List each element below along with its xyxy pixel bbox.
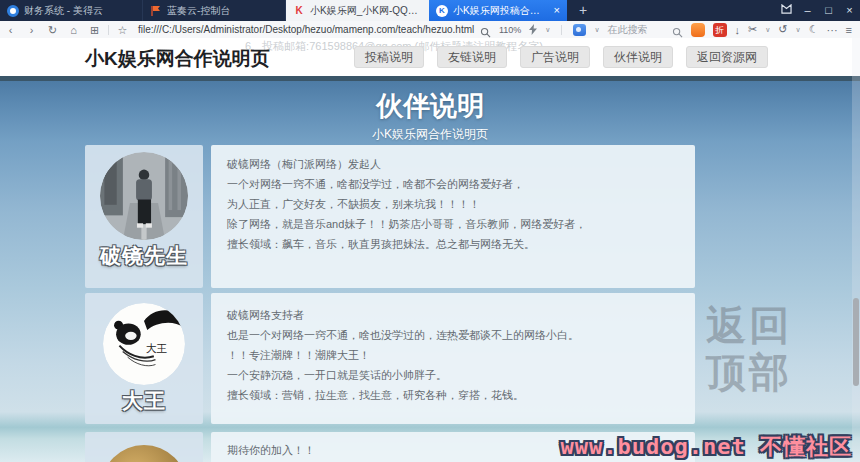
chevron-down-icon[interactable]: ∨ [796, 26, 801, 34]
nav-button-friend-links[interactable]: 友链说明 [437, 46, 507, 68]
page-title: 小K娱乐网合作说明页 [85, 46, 270, 72]
partner-card: 破镜先生 破镜网络（梅门派网络）发起人 一个对网络一窍不通，啥都没学过，啥都不会… [85, 145, 695, 288]
coupon-icon[interactable]: 折 [713, 23, 727, 37]
nav-button-partners[interactable]: 伙伴说明 [603, 46, 673, 68]
game-center-icon[interactable] [691, 23, 705, 37]
nav-button-back-to-site[interactable]: 返回资源网 [686, 46, 768, 68]
search-icon[interactable] [672, 24, 683, 35]
page-viewport: 6、投稿邮箱:761598864@qq.com (邮件标题请注明教程名字) 小K… [0, 38, 860, 462]
avatar [101, 445, 187, 462]
partner-avatar-panel: 大王 大王 [85, 293, 203, 424]
hero-section: 伙伴说明 小K娱乐网合作说明页 [0, 81, 860, 142]
partner-avatar-panel [85, 432, 203, 462]
browser-toolbar: ‹ › ↻ ⌂ ⊞ ☆ file:///C:/Users/Administrat… [0, 21, 860, 39]
refresh-icon[interactable]: ↻ [42, 22, 63, 38]
flag-favicon-icon [150, 5, 162, 17]
tab-close-icon[interactable]: × [554, 0, 560, 21]
flash-icon[interactable] [529, 21, 537, 39]
download-icon[interactable]: ↓ [735, 24, 741, 36]
zoom-magnifier-icon[interactable] [480, 24, 491, 35]
tab-active-cooperation-page[interactable]: K 小K娱乐网投稿合作说明页 × [429, 0, 567, 21]
back-to-top-button[interactable]: 返回顶部 [706, 302, 798, 396]
toolbar-right-cluster: 110% ∨ ∨ 在此搜索 折 ↓ ✂ ∨ ↺ ∨ ☾ ··· ≡ [480, 21, 860, 39]
tab-lanzou-console[interactable]: 蓝奏云-控制台 [143, 0, 286, 21]
scrollbar-track[interactable] [852, 38, 860, 462]
back-icon[interactable]: ‹ [0, 22, 21, 38]
cloud-q-favicon-icon [7, 5, 19, 17]
tab-title: 蓝奏云-控制台 [167, 4, 278, 18]
minimize-button[interactable]: – [797, 0, 818, 21]
tab-xiaok-resources[interactable]: K 小K娱乐网_小K网-QQ活动_资源分享 [286, 0, 429, 21]
partner-name: 大王 [85, 387, 203, 415]
hero-subtitle: 小K娱乐网合作说明页 [0, 126, 860, 143]
k-favicon-icon: K [293, 5, 305, 17]
k-favicon-icon: K [436, 5, 448, 17]
partner-description: 破镜网络（梅门派网络）发起人 一个对网络一窍不通，啥都没学过，啥都不会的网络爱好… [211, 145, 695, 288]
maximize-button[interactable]: □ [818, 0, 839, 21]
nav-button-submission[interactable]: 投稿说明 [354, 46, 424, 68]
page-header: 6、投稿邮箱:761598864@qq.com (邮件标题请注明教程名字) 小K… [0, 38, 860, 76]
watermark-text: www.budog.net 不懂社区 [561, 432, 852, 462]
window-controls: – □ × [776, 0, 860, 21]
skin-icon[interactable] [776, 0, 797, 21]
toolbar-divider [561, 25, 562, 35]
search-engine-icon[interactable] [573, 24, 586, 36]
tab-bar: 财务系统 - 美得云 蓝奏云-控制台 K 小K娱乐网_小K网-QQ活动_资源分享… [0, 0, 860, 21]
description-line: 一个对网络一窍不通，啥都没学过，啥都不会的网络爱好者， [227, 174, 679, 194]
avatar [100, 152, 188, 240]
description-line: 为人正直，广交好友，不缺损友，别来坑我！！！！ [227, 194, 679, 214]
new-tab-button[interactable]: + [567, 0, 599, 21]
description-line: 也是一个对网络一窍不通，啥也没学过的，连热爱都谈不上的网络小白。 [227, 325, 679, 345]
avatar: 大王 [103, 303, 185, 385]
tab-title: 小K娱乐网投稿合作说明页 [453, 4, 550, 18]
hero-title: 伙伴说明 [0, 88, 860, 124]
partner-card: 大王 大王 破镜网络支持者 也是一个对网络一窍不通，啥也没学过的，连热爱都谈不上… [85, 293, 695, 424]
partner-name: 破镜先生 [85, 242, 203, 270]
tab-title: 财务系统 - 美得云 [24, 4, 135, 18]
partner-description: 破镜网络支持者 也是一个对网络一窍不通，啥也没学过的，连热爱都谈不上的网络小白。… [211, 293, 695, 424]
search-input[interactable]: 在此搜索 [608, 23, 664, 37]
nav-button-ads[interactable]: 广告说明 [520, 46, 590, 68]
chevron-down-icon[interactable]: ∨ [545, 26, 550, 34]
partner-avatar-panel: 破镜先生 [85, 145, 203, 288]
bookmark-star-icon[interactable]: ☆ [112, 22, 133, 38]
browser-window: 财务系统 - 美得云 蓝奏云-控制台 K 小K娱乐网_小K网-QQ活动_资源分享… [0, 0, 860, 462]
chevron-down-icon[interactable]: ∨ [594, 26, 599, 34]
toolbar-divider [108, 25, 109, 35]
description-line: 擅长领域：飙车，音乐，耿直男孩把妹法。总之都与网络无关。 [227, 234, 679, 254]
home-icon[interactable]: ⌂ [63, 22, 84, 38]
menu-icon[interactable]: ≡ [846, 24, 852, 36]
screenshot-scissors-icon[interactable]: ✂ [748, 23, 757, 36]
restore-undo-icon[interactable]: ↺ [778, 23, 787, 36]
description-line: 破镜网络支持者 [227, 305, 679, 325]
scrollbar-thumb[interactable] [853, 298, 859, 386]
chevron-down-icon[interactable]: ∨ [765, 26, 770, 34]
more-icon[interactable]: ··· [827, 24, 838, 36]
address-bar[interactable]: file:///C:/Users/Administrator/Desktop/h… [138, 24, 474, 35]
description-line: ！！专注潮牌！！潮牌大王！ [227, 345, 679, 365]
description-line: 除了网络，就是音乐and妹子！！奶茶店小哥哥，音乐教师，网络爱好者， [227, 214, 679, 234]
description-line: 一个安静沉稳，一开口就是笑话的小帅胖子。 [227, 365, 679, 385]
header-nav: 投稿说明 友链说明 广告说明 伙伴说明 返回资源网 [354, 46, 768, 68]
zoom-level[interactable]: 110% [499, 25, 521, 35]
tab-title: 小K娱乐网_小K网-QQ活动_资源分享 [310, 4, 422, 18]
close-button[interactable]: × [839, 0, 860, 21]
description-line: 擅长领域：营销，拉生意，找生意，研究各种，穿搭，花钱。 [227, 385, 679, 405]
description-line: 破镜网络（梅门派网络）发起人 [227, 154, 679, 174]
tab-finance-system[interactable]: 财务系统 - 美得云 [0, 0, 143, 21]
night-mode-icon[interactable]: ☾ [809, 23, 819, 36]
forward-icon[interactable]: › [21, 22, 42, 38]
svg-text:大王: 大王 [146, 342, 168, 354]
reading-mode-icon[interactable]: ⊞ [84, 22, 105, 38]
